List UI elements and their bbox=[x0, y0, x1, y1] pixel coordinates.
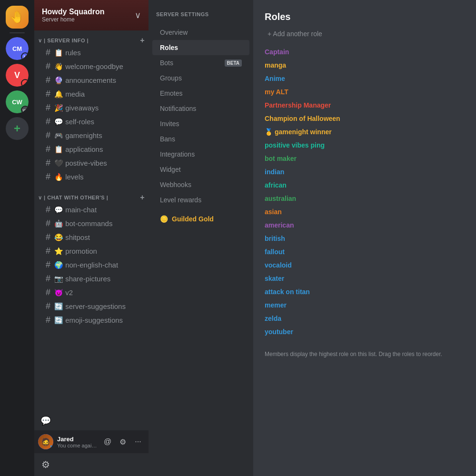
role-partnership-manager[interactable]: Partnership Manager bbox=[265, 99, 465, 112]
role-british[interactable]: british bbox=[265, 232, 465, 245]
settings-item-emotes[interactable]: Emotes bbox=[152, 86, 249, 101]
role-positive-vibes-ping[interactable]: positive vibes ping bbox=[265, 139, 465, 152]
channel-v2[interactable]: # 😈 v2 bbox=[38, 286, 145, 299]
role-captain[interactable]: Captain bbox=[265, 45, 465, 59]
role-skater[interactable]: skater bbox=[265, 272, 465, 285]
divider bbox=[10, 32, 25, 33]
guilded-gold-icon: 🪙 bbox=[160, 215, 168, 223]
user-info: Jared You come again... bbox=[57, 436, 97, 448]
settings-item-webhooks[interactable]: Webhooks bbox=[152, 177, 249, 192]
channel-bot-commands[interactable]: # 🤖 bot-commands bbox=[38, 217, 145, 230]
channel-rules[interactable]: # 📋 rules bbox=[38, 46, 145, 60]
channel-emoji-suggestions[interactable]: # 🔄 emoji-suggestions bbox=[38, 313, 145, 327]
role-attack-on-titan[interactable]: attack on titan bbox=[265, 285, 465, 298]
guilded-gold-label: Guilded Gold bbox=[172, 215, 214, 223]
settings-header: Server Settings bbox=[149, 8, 253, 25]
settings-item-bans[interactable]: Bans bbox=[152, 131, 249, 147]
role-bot-maker[interactable]: bot maker bbox=[265, 152, 465, 165]
channel-list: Howdy Squadron Server home ∨ ∨ | Server … bbox=[34, 0, 149, 476]
role-asian[interactable]: asian bbox=[265, 205, 465, 218]
user-area: 🧔 🥇 Jared You come again... @ ⚙ ··· bbox=[34, 430, 149, 453]
add-role-button[interactable]: + Add another role bbox=[265, 30, 465, 38]
channel-server-suggestions[interactable]: # 🔄 server-suggestions bbox=[38, 299, 145, 313]
role-vocaloid[interactable]: vocaloid bbox=[265, 258, 465, 272]
role-fallout[interactable]: fallout bbox=[265, 245, 465, 258]
server-header[interactable]: Howdy Squadron Server home ∨ bbox=[34, 0, 149, 30]
settings-item-overview[interactable]: Overview bbox=[152, 25, 249, 40]
channel-share-pictures[interactable]: # 📷 share-pictures bbox=[38, 272, 145, 286]
server-subtitle: Server home bbox=[42, 16, 105, 23]
channel-giveaways[interactable]: # 🎉 giveaways bbox=[38, 101, 145, 115]
channel-shitpost[interactable]: # 😂 shitpost bbox=[38, 230, 145, 244]
bottom-icons-row: 💬 bbox=[34, 411, 149, 430]
role-youtuber[interactable]: youtuber bbox=[265, 325, 465, 338]
channel-media[interactable]: # 🔔 media bbox=[38, 87, 145, 101]
settings-item-invites[interactable]: Invites bbox=[152, 116, 249, 131]
server-icons-sidebar: 🤚 CM M V 💢 CW WZ + bbox=[0, 0, 34, 476]
role-zelda[interactable]: zelda bbox=[265, 312, 465, 325]
channel-welcome-goodbye[interactable]: # 👋 welcome-goodbye bbox=[38, 60, 145, 73]
server-icon-cw[interactable]: CW WZ bbox=[6, 90, 29, 113]
add-channel-chat-icon[interactable]: + bbox=[140, 193, 145, 202]
roles-title: Roles bbox=[265, 11, 465, 22]
channel-non-english-chat[interactable]: # 🌍 non-english-chat bbox=[38, 258, 145, 272]
channel-main-chat[interactable]: # 💬 main-chat bbox=[38, 203, 145, 217]
beta-badge: BETA bbox=[225, 60, 242, 67]
roles-footer: Members display the highest role on this… bbox=[265, 350, 465, 358]
guilded-gold-item[interactable]: 🪙 Guilded Gold bbox=[152, 211, 249, 227]
add-channel-icon[interactable]: + bbox=[140, 36, 145, 45]
user-name: Jared bbox=[57, 436, 97, 443]
role-australian[interactable]: australian bbox=[265, 192, 465, 205]
channel-list-scroll: ∨ | Server Info | + # 📋 rules # 👋 welcom… bbox=[34, 30, 149, 411]
settings-cog-icon[interactable]: ⚙ bbox=[38, 457, 53, 472]
role-memer[interactable]: memer bbox=[265, 298, 465, 312]
server-header-text: Howdy Squadron Server home bbox=[42, 8, 105, 23]
at-mention-button[interactable]: @ bbox=[101, 435, 114, 448]
role-manga[interactable]: manga bbox=[265, 59, 465, 72]
channel-postive-vibes[interactable]: # 🖤 postive-vibes bbox=[38, 156, 145, 170]
category-label-chat[interactable]: ∨ | Chat With other's | + bbox=[34, 191, 149, 203]
role-african[interactable]: african bbox=[265, 178, 465, 192]
settings-item-bots[interactable]: Bots BETA bbox=[152, 55, 249, 70]
badge-cw: WZ bbox=[21, 106, 29, 113]
settings-item-notifications[interactable]: Notifications bbox=[152, 101, 249, 116]
server-icon-howdy[interactable]: 🤚 bbox=[6, 6, 29, 29]
badge-v: 💢 bbox=[21, 79, 29, 87]
role-my-alt[interactable]: my ALT bbox=[265, 85, 465, 99]
role-gamenight-winner[interactable]: 🥇 gamenight winner bbox=[265, 125, 465, 139]
user-avatar: 🧔 🥇 bbox=[38, 434, 53, 449]
category-server-info: ∨ | Server Info | + # 📋 rules # 👋 welcom… bbox=[34, 30, 149, 188]
settings-panel: Server Settings Overview Roles Bots BETA… bbox=[149, 0, 253, 476]
settings-item-widget[interactable]: Widget bbox=[152, 162, 249, 177]
role-indian[interactable]: indian bbox=[265, 165, 465, 178]
role-anime[interactable]: Anime bbox=[265, 72, 465, 85]
role-champion-of-halloween[interactable]: Champion of Halloween bbox=[265, 112, 465, 125]
server-icon-v[interactable]: V 💢 bbox=[6, 64, 29, 87]
settings-item-groups[interactable]: Groups bbox=[152, 70, 249, 86]
settings-item-level-rewards[interactable]: Level rewards bbox=[152, 192, 249, 208]
user-controls: @ ⚙ ··· bbox=[101, 435, 145, 448]
add-server-button[interactable]: + bbox=[6, 117, 29, 140]
chevron-down-icon: ∨ bbox=[135, 10, 141, 20]
settings-item-integrations[interactable]: Integrations bbox=[152, 147, 249, 162]
category-actions-chat: + bbox=[140, 193, 145, 202]
category-actions: + bbox=[140, 36, 145, 45]
settings-item-roles[interactable]: Roles bbox=[152, 40, 249, 55]
user-bottom-area: 💬 🧔 🥇 Jared You come again... @ ⚙ ··· ⚙ bbox=[34, 411, 149, 476]
settings-cog-area[interactable]: ⚙ bbox=[34, 453, 149, 476]
role-american[interactable]: american bbox=[265, 218, 465, 232]
channel-announcements[interactable]: # 🔮 announcements bbox=[38, 73, 145, 87]
channel-applications[interactable]: # 📋 applications bbox=[38, 142, 145, 156]
channel-promotion[interactable]: # ⭐ promotion bbox=[38, 244, 145, 258]
category-label-server-info[interactable]: ∨ | Server Info | + bbox=[34, 34, 149, 46]
category-chat-with-others: ∨ | Chat With other's | + # 💬 main-chat … bbox=[34, 188, 149, 331]
roles-panel: Roles + Add another role Captain manga A… bbox=[253, 0, 476, 476]
more-options-button[interactable]: ··· bbox=[131, 435, 145, 448]
user-status-text: You come again... bbox=[57, 443, 97, 448]
channel-gamenights[interactable]: # 🎮 gamenights bbox=[38, 129, 145, 142]
user-settings-button[interactable]: ⚙ bbox=[116, 435, 129, 448]
chat-icon[interactable]: 💬 bbox=[38, 413, 53, 428]
channel-self-roles[interactable]: # 💬 self-roles bbox=[38, 115, 145, 129]
channel-levels[interactable]: # 🔥 levels bbox=[38, 170, 145, 184]
server-icon-cm[interactable]: CM M bbox=[6, 37, 29, 60]
